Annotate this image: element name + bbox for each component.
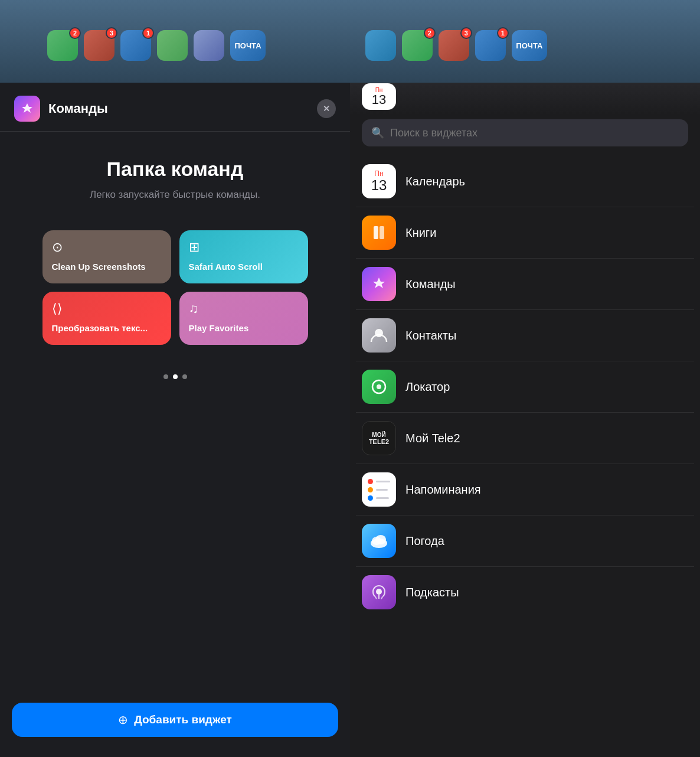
top-icon-r3: 3 <box>439 30 469 61</box>
safari-icon: ⊞ <box>189 240 299 255</box>
safari-label: Safari Auto Scroll <box>189 261 299 273</box>
dot-3 <box>182 374 187 379</box>
find-app-icon <box>362 370 396 404</box>
find-app-name: Локатор <box>405 380 450 394</box>
shortcuts-grid: ⊙ Clean Up Screenshots ⊞ Safari Auto Scr… <box>42 230 308 345</box>
list-item-contacts[interactable]: Контакты <box>356 310 694 361</box>
shortcuts-app-icon-list <box>362 267 396 301</box>
shortcuts-app-icon <box>14 96 40 122</box>
top-icon-1: 2 <box>47 30 78 61</box>
close-button[interactable]: ✕ <box>317 99 336 118</box>
top-icon-post-r: ПОЧТА <box>512 30 547 61</box>
contacts-app-name: Контакты <box>405 329 456 342</box>
list-item-find[interactable]: Локатор <box>356 361 694 413</box>
top-icon-2: 3 <box>84 30 115 61</box>
books-app-name: Книги <box>405 226 436 240</box>
plus-icon: ⊕ <box>118 713 128 727</box>
list-item-weather[interactable]: Погода <box>356 515 694 567</box>
shortcuts-app-name: Команды <box>405 278 456 291</box>
reminders-app-name: Напоминания <box>405 483 481 497</box>
search-bar[interactable]: 🔍 <box>362 119 688 146</box>
top-icon-r1 <box>365 30 396 61</box>
top-icon-r4: 1 <box>475 30 506 61</box>
main-area: Команды ✕ Папка команд Легко запускайте … <box>0 83 700 757</box>
top-icon-post: ПОЧТА <box>230 30 266 61</box>
dot-1 <box>163 374 168 379</box>
calendar-app-icon: Пн 13 <box>362 164 396 198</box>
tele2-app-name: Мой Tele2 <box>405 432 460 445</box>
tele2-app-icon: МОЙ TELE2 <box>362 421 396 455</box>
widget-body: Папка команд Легко запускайте быстрые ко… <box>0 132 350 697</box>
widget-header: Команды ✕ <box>0 83 350 131</box>
partial-calendar-icon: Пн 13 <box>362 83 396 110</box>
list-item-shortcuts[interactable]: Команды <box>356 259 694 310</box>
svg-point-8 <box>376 589 382 595</box>
reminders-app-icon <box>362 472 396 507</box>
convert-label: Преобразовать текс... <box>52 322 162 334</box>
pagination-dots <box>163 374 187 379</box>
podcasts-app-icon <box>362 575 396 609</box>
clean-up-label: Clean Up Screenshots <box>52 261 162 273</box>
clean-up-icon: ⊙ <box>52 240 162 255</box>
dot-2 <box>173 374 178 379</box>
top-icon-4 <box>157 30 188 61</box>
shortcut-safari-scroll[interactable]: ⊞ Safari Auto Scroll <box>179 230 308 283</box>
search-input[interactable] <box>390 127 679 139</box>
top-icon-3: 1 <box>120 30 151 61</box>
folder-subtitle: Легко запускайте быстрые команды. <box>90 189 260 201</box>
list-item-reminders[interactable]: Напоминания <box>356 464 694 515</box>
left-panel: Команды ✕ Папка команд Легко запускайте … <box>0 83 350 757</box>
widget-list: Пн 13 Календарь Книги <box>350 156 700 757</box>
top-icon-r2: 2 <box>402 30 433 61</box>
right-panel: Пн 13 🔍 Пн 13 Календарь <box>350 83 700 757</box>
podcasts-app-name: Подкасты <box>405 586 459 599</box>
top-icon-5 <box>194 30 224 61</box>
svg-point-7 <box>375 535 386 544</box>
list-item-books[interactable]: Книги <box>356 207 694 259</box>
svg-point-4 <box>377 384 381 389</box>
add-widget-label: Добавить виджет <box>134 713 232 726</box>
partial-top-widget: Пн 13 <box>350 83 700 115</box>
weather-app-name: Погода <box>405 534 444 548</box>
contacts-app-icon <box>362 318 396 353</box>
calendar-app-name: Календарь <box>405 175 465 188</box>
shortcut-play-favorites[interactable]: ♫ Play Favorites <box>179 292 308 345</box>
shortcut-clean-up[interactable]: ⊙ Clean Up Screenshots <box>42 230 171 283</box>
search-icon: 🔍 <box>371 126 384 139</box>
svg-rect-0 <box>374 226 378 239</box>
svg-rect-1 <box>380 226 384 239</box>
weather-app-icon <box>362 524 396 558</box>
list-item-tele2[interactable]: МОЙ TELE2 Мой Tele2 <box>356 413 694 464</box>
books-app-icon <box>362 216 396 250</box>
convert-icon: ⟨⟩ <box>52 301 162 316</box>
play-favorites-label: Play Favorites <box>189 322 299 334</box>
top-icons-bar: 2 3 1 ПОЧТА 2 3 1 ПОЧТА <box>0 0 700 83</box>
list-item-calendar[interactable]: Пн 13 Календарь <box>356 156 694 207</box>
shortcut-convert-text[interactable]: ⟨⟩ Преобразовать текс... <box>42 292 171 345</box>
folder-title: Папка команд <box>107 158 244 181</box>
add-widget-button[interactable]: ⊕ Добавить виджет <box>12 703 338 737</box>
list-item-podcasts[interactable]: Подкасты <box>356 567 694 618</box>
play-favorites-icon: ♫ <box>189 301 299 316</box>
widget-title: Команды <box>48 101 309 116</box>
